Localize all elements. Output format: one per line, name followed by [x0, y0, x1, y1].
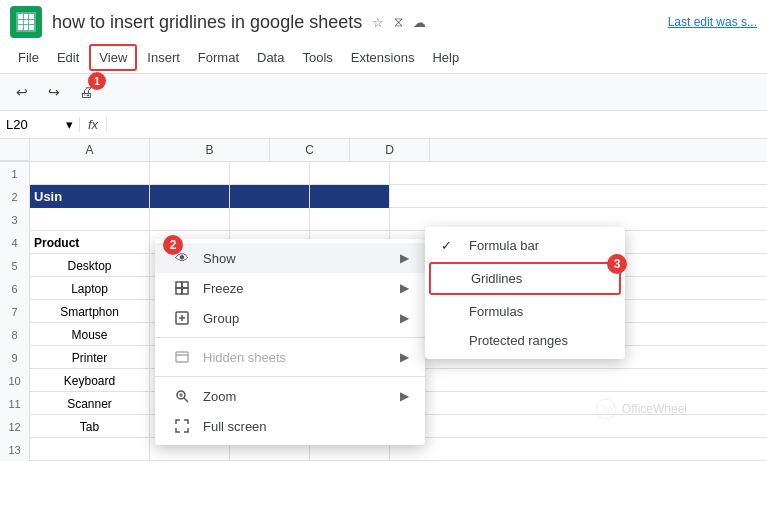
step2-badge: 2 — [163, 235, 183, 255]
table-row: 1 — [0, 162, 767, 185]
print-button[interactable]: 🖨 1 — [72, 78, 100, 106]
cell[interactable] — [30, 162, 150, 185]
corner-cell — [0, 139, 30, 161]
svg-rect-1 — [182, 282, 188, 288]
table-row: 2 Usin — [0, 185, 767, 208]
cell-reference[interactable]: L20 ▾ — [0, 117, 80, 132]
menu-extensions[interactable]: Extensions — [343, 46, 423, 69]
svg-rect-3 — [182, 288, 188, 294]
show-submenu: ✓ Formula bar 3 Gridlines Formulas Prote… — [425, 227, 625, 359]
cell[interactable]: Laptop — [30, 277, 150, 300]
row-num: 9 — [0, 346, 30, 369]
gridlines-label: Gridlines — [471, 271, 522, 286]
freeze-label: Freeze — [203, 281, 400, 296]
row-num: 8 — [0, 323, 30, 346]
menu-option-group[interactable]: Group ▶ — [155, 303, 425, 333]
menu-option-fullscreen[interactable]: Full screen — [155, 411, 425, 441]
cell[interactable]: Smartphon — [30, 300, 150, 323]
cell[interactable] — [310, 208, 390, 231]
cell[interactable] — [310, 162, 390, 185]
check-formula-bar: ✓ — [441, 238, 461, 253]
cell[interactable]: Keyboard — [30, 369, 150, 392]
group-icon — [171, 310, 193, 326]
row-num: 4 — [0, 231, 30, 254]
step1-badge: 1 — [88, 72, 106, 90]
menu-edit[interactable]: Edit — [49, 46, 87, 69]
formula-bar: L20 ▾ fx — [0, 111, 767, 139]
document-title: how to insert gridlines in google sheets — [52, 12, 362, 33]
col-header-c[interactable]: C — [270, 139, 350, 161]
menu-format[interactable]: Format — [190, 46, 247, 69]
cell[interactable] — [150, 185, 230, 208]
submenu-gridlines[interactable]: 3 Gridlines — [429, 262, 621, 295]
fullscreen-label: Full screen — [203, 419, 409, 434]
hidden-sheets-label: Hidden sheets — [203, 350, 400, 365]
protected-ranges-label: Protected ranges — [469, 333, 568, 348]
cell[interactable] — [30, 208, 150, 231]
cell[interactable] — [230, 208, 310, 231]
col-header-d[interactable]: D — [350, 139, 430, 161]
hidden-sheets-arrow: ▶ — [400, 350, 409, 364]
svg-rect-7 — [176, 352, 188, 362]
cell[interactable]: Desktop — [30, 254, 150, 277]
formulas-label: Formulas — [469, 304, 523, 319]
row-num: 1 — [0, 162, 30, 185]
undo-button[interactable]: ↩ — [8, 78, 36, 106]
row-num: 5 — [0, 254, 30, 277]
submenu-formula-bar[interactable]: ✓ Formula bar — [425, 231, 625, 260]
formula-bar-label: Formula bar — [469, 238, 539, 253]
svg-line-10 — [184, 398, 188, 402]
cell-ref-arrow[interactable]: ▾ — [66, 117, 73, 132]
row-num: 2 — [0, 185, 30, 208]
menu-option-hidden-sheets: Hidden sheets ▶ — [155, 342, 425, 372]
cell[interactable]: Mouse — [30, 323, 150, 346]
menu-insert[interactable]: Insert — [139, 46, 188, 69]
star-icon[interactable]: ☆ — [372, 15, 384, 30]
cell[interactable]: Scanner — [30, 392, 150, 415]
svg-rect-2 — [176, 288, 182, 294]
row-num: 13 — [0, 438, 30, 461]
col-header-a[interactable]: A — [30, 139, 150, 161]
cell[interactable] — [150, 162, 230, 185]
redo-button[interactable]: ↪ — [40, 78, 68, 106]
cell[interactable] — [230, 162, 310, 185]
submenu-formulas[interactable]: Formulas — [425, 297, 625, 326]
cell[interactable] — [30, 438, 150, 461]
row-num: 7 — [0, 300, 30, 323]
cell[interactable]: Usin — [30, 185, 150, 208]
menu-option-zoom[interactable]: Zoom ▶ — [155, 381, 425, 411]
menu-tools[interactable]: Tools — [294, 46, 340, 69]
fullscreen-icon — [171, 418, 193, 434]
menu-option-show[interactable]: 2 👁 Show ▶ — [155, 243, 425, 273]
col-header-b[interactable]: B — [150, 139, 270, 161]
cell[interactable] — [310, 185, 390, 208]
cell[interactable] — [150, 208, 230, 231]
freeze-icon — [171, 280, 193, 296]
cloud-icon[interactable]: ☁ — [413, 15, 426, 30]
hidden-sheets-icon — [171, 349, 193, 365]
menu-help[interactable]: Help — [424, 46, 467, 69]
group-arrow: ▶ — [400, 311, 409, 325]
row-num: 3 — [0, 208, 30, 231]
freeze-arrow: ▶ — [400, 281, 409, 295]
row-num: 11 — [0, 392, 30, 415]
menu-file[interactable]: File — [10, 46, 47, 69]
title-icons: ☆ ⧖ ☁ — [372, 14, 426, 30]
cell[interactable] — [230, 185, 310, 208]
menu-view[interactable]: View — [89, 44, 137, 71]
cell[interactable]: Tab — [30, 415, 150, 438]
column-headers: A B C D — [0, 139, 767, 162]
cell[interactable]: Printer — [30, 346, 150, 369]
zoom-arrow: ▶ — [400, 389, 409, 403]
history-icon[interactable]: ⧖ — [394, 14, 403, 30]
sheets-icon — [10, 6, 42, 38]
menu-data[interactable]: Data — [249, 46, 292, 69]
cell[interactable]: Product — [30, 231, 150, 254]
show-label: Show — [203, 251, 400, 266]
step3-badge: 3 — [607, 254, 627, 274]
zoom-label: Zoom — [203, 389, 400, 404]
formula-icon: fx — [80, 117, 107, 132]
menu-option-freeze[interactable]: Freeze ▶ — [155, 273, 425, 303]
last-edit-text[interactable]: Last edit was s... — [668, 15, 757, 29]
submenu-protected-ranges[interactable]: Protected ranges — [425, 326, 625, 355]
